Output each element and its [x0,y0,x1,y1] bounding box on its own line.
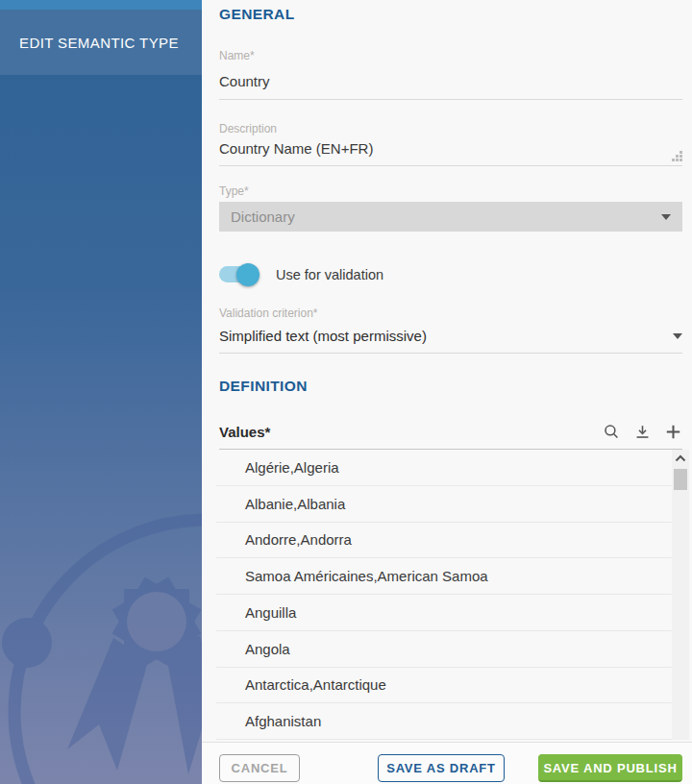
general-section-heading: GENERAL [219,6,295,23]
scroll-up-button[interactable] [672,450,689,467]
download-icon[interactable] [633,423,652,441]
sidebar-active-item[interactable]: EDIT SEMANTIC TYPE [0,10,202,75]
description-label: Description [219,122,682,135]
chevron-up-icon [675,454,686,462]
values-list: Algérie,Algeria Albanie,Albania Andorre,… [216,450,678,740]
save-as-draft-button[interactable]: SAVE AS DRAFT [378,754,505,782]
list-item[interactable]: Andorre,Andorra [216,523,678,559]
footer-action-bar: CANCEL SAVE AS DRAFT SAVE AND PUBLISH [202,742,692,784]
name-field[interactable]: Name* Country [219,49,682,100]
list-item[interactable]: Antarctica,Antarctique [216,668,678,704]
value-text: Angola [245,641,290,657]
validation-criterion-label: Validation criterion* [219,306,682,320]
value-text: Antarctica,Antarctique [245,676,386,693]
sidebar-title: EDIT SEMANTIC TYPE [19,35,179,51]
values-header: Values* [219,423,682,450]
award-watermark [0,496,202,784]
name-label: Name* [219,49,682,62]
validation-criterion-field: Validation criterion* Simplified text (m… [219,306,682,354]
type-select[interactable]: Dictionary [219,202,682,232]
values-scrollbar[interactable] [672,450,689,740]
toggle-thumb[interactable] [236,263,260,286]
value-text: Albanie,Albania [245,496,345,512]
list-item[interactable]: Afghanistan [216,703,678,740]
value-text: Samoa Américaines,American Samoa [245,568,488,584]
name-input[interactable]: Country [219,73,682,99]
list-item[interactable]: Albanie,Albania [216,486,678,523]
scroll-thumb[interactable] [674,469,687,490]
chevron-down-icon [661,214,671,220]
use-for-validation-label: Use for validation [276,267,383,282]
definition-section-heading: DEFINITION [219,378,308,395]
use-for-validation-row: Use for validation [219,266,682,282]
value-text: Algérie,Algeria [245,459,339,476]
sidebar-top-strip [0,0,202,10]
validation-criterion-select[interactable]: Simplified text (most permissive) [219,328,682,354]
resize-grip-icon[interactable] [672,151,682,161]
add-icon[interactable] [664,423,682,441]
type-select-value: Dictionary [231,208,295,225]
type-field: Type* Dictionary [219,184,682,232]
search-icon[interactable] [603,423,621,441]
edit-semantic-type-form: GENERAL Name* Country Description Countr… [202,0,692,784]
description-input[interactable]: Country Name (EN+FR) [219,140,682,165]
description-field[interactable]: Description Country Name (EN+FR) [219,122,682,166]
type-label: Type* [219,184,682,198]
validation-criterion-value: Simplified text (most permissive) [219,328,427,344]
list-item[interactable]: Anguilla [216,595,678,631]
cancel-button[interactable]: CANCEL [219,754,300,782]
values-label: Values* [219,424,590,440]
use-for-validation-toggle[interactable] [219,266,256,282]
chevron-down-icon [673,333,682,339]
value-text: Anguilla [245,604,296,621]
value-text: Andorre,Andorra [245,531,352,548]
list-item[interactable]: Samoa Américaines,American Samoa [216,558,678,595]
list-item[interactable]: Angola [216,631,678,668]
list-item[interactable]: Algérie,Algeria [216,450,678,486]
value-text: Afghanistan [245,713,321,729]
sidebar: EDIT SEMANTIC TYPE [0,0,202,784]
save-and-publish-button[interactable]: SAVE AND PUBLISH [538,754,682,782]
